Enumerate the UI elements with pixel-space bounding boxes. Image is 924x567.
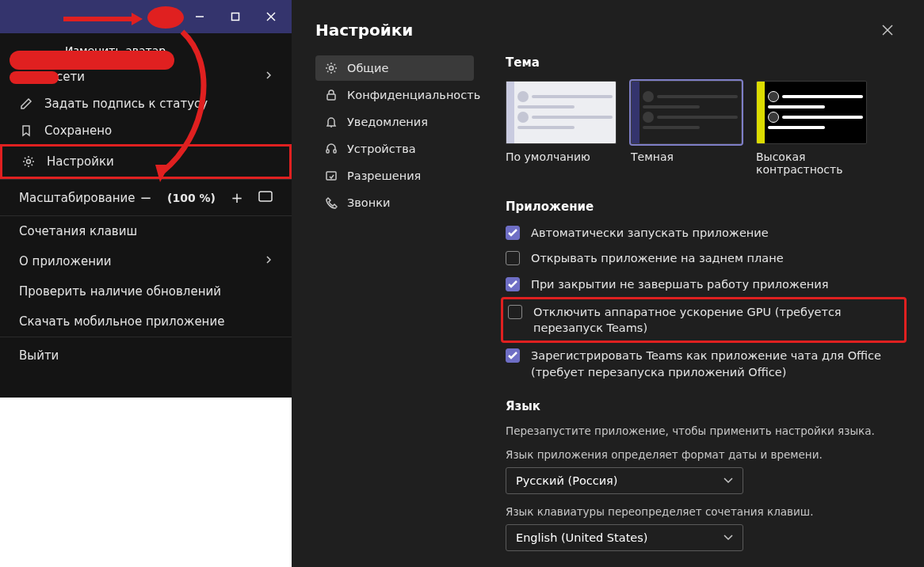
settings-row[interactable]: Настройки xyxy=(0,144,292,179)
annotation-redaction xyxy=(10,71,59,84)
theme-default-label: По умолчанию xyxy=(506,150,617,163)
annotation-highlight-circle xyxy=(147,6,184,29)
settings-close-button[interactable] xyxy=(875,17,900,43)
about-row[interactable]: О приложении xyxy=(0,246,292,276)
gear-icon xyxy=(21,155,36,168)
theme-section-title: Тема xyxy=(506,55,900,70)
shortcuts-label: Сочетания клавиш xyxy=(19,224,137,238)
checkbox-disable-gpu[interactable] xyxy=(508,305,522,319)
saved-label: Сохранено xyxy=(44,124,112,138)
check-updates-row[interactable]: Проверить наличие обновлений xyxy=(0,276,292,306)
theme-default-thumb xyxy=(506,81,617,144)
gear-icon xyxy=(325,62,338,74)
option-disable-gpu: Отключить аппаратное ускорение GPU (треб… xyxy=(501,297,907,344)
option-open-background: Открывать приложение на заднем плане xyxy=(506,250,900,266)
settings-label: Настройки xyxy=(47,154,114,169)
edit-icon xyxy=(19,97,33,110)
nav-privacy-label: Конфиденциальность xyxy=(347,89,480,101)
theme-hc-thumb xyxy=(756,81,867,144)
kbd-lang-label: Язык клавиатуры переопределяет сочетания… xyxy=(506,505,900,518)
option-register-office: Зарегистрировать Teams как приложение ча… xyxy=(506,348,900,380)
nav-general[interactable]: Общие xyxy=(315,55,474,81)
close-window-button[interactable] xyxy=(253,0,288,33)
svg-rect-13 xyxy=(326,150,329,153)
chevron-right-icon xyxy=(265,254,273,268)
svg-rect-1 xyxy=(231,13,239,21)
disable-gpu-label: Отключить аппаратное ускорение GPU (треб… xyxy=(533,304,898,337)
keyboard-language-dropdown[interactable]: English (United States) xyxy=(506,524,743,551)
nav-devices-label: Устройства xyxy=(347,143,416,155)
nav-permissions-label: Разрешения xyxy=(347,169,421,182)
register-office-label: Зарегистрировать Teams как приложение ча… xyxy=(531,348,900,380)
annotation-arrow xyxy=(63,11,143,27)
key-icon xyxy=(325,169,338,182)
nav-calls[interactable]: Звонки xyxy=(315,190,474,215)
checkbox-register-office[interactable] xyxy=(506,348,520,363)
svg-point-4 xyxy=(27,160,31,164)
keep-running-label: При закрытии не завершать работу приложе… xyxy=(531,276,900,292)
theme-high-contrast[interactable]: Высокая контрастность xyxy=(756,81,867,176)
annotation-redaction xyxy=(10,51,174,70)
theme-options: По умолчанию Темная xyxy=(506,81,900,176)
checkbox-auto-start[interactable] xyxy=(506,226,520,240)
minimize-button[interactable] xyxy=(181,0,217,33)
bell-icon xyxy=(325,116,338,128)
svg-point-11 xyxy=(330,67,334,70)
phone-icon xyxy=(325,196,338,209)
nav-devices[interactable]: Устройства xyxy=(315,136,474,162)
zoom-row: Масштабирование − (100 %) + xyxy=(0,179,292,216)
about-label: О приложении xyxy=(19,254,111,268)
app-lang-label: Язык приложения определяет формат даты и… xyxy=(506,448,900,461)
app-language-dropdown[interactable]: Русский (Россия) xyxy=(506,467,743,494)
download-mobile-label: Скачать мобильное приложение xyxy=(19,314,224,329)
headset-icon xyxy=(325,143,338,155)
chevron-down-icon xyxy=(724,478,733,484)
maximize-button[interactable] xyxy=(217,0,253,33)
nav-notifications-label: Уведомления xyxy=(347,116,428,128)
theme-default[interactable]: По умолчанию xyxy=(506,81,617,176)
settings-panel: Настройки Общие Конфиденциальность Уведо… xyxy=(292,0,924,567)
lang-section-title: Язык xyxy=(506,399,900,413)
zoom-in-button[interactable]: + xyxy=(230,189,244,206)
keyboard-language-value: English (United States) xyxy=(516,531,647,544)
theme-dark-thumb xyxy=(631,81,742,144)
settings-content: Тема По умолчанию xyxy=(506,55,900,551)
zoom-label: Масштабирование xyxy=(19,191,136,205)
nav-permissions[interactable]: Разрешения xyxy=(315,163,474,188)
option-auto-start: Автоматически запускать приложение xyxy=(506,225,900,241)
svg-marker-7 xyxy=(132,13,143,25)
svg-rect-12 xyxy=(327,94,335,100)
set-status-message[interactable]: Задать подпись к статусу xyxy=(0,90,292,117)
settings-header: Настройки xyxy=(292,0,924,55)
empty-area xyxy=(0,398,292,567)
chevron-down-icon xyxy=(724,535,733,541)
app-section-title: Приложение xyxy=(506,200,900,214)
set-status-label: Задать подпись к статусу xyxy=(44,97,208,111)
exit-label: Выйти xyxy=(19,348,59,363)
lock-icon xyxy=(325,89,338,101)
theme-hc-label: Высокая контрастность xyxy=(756,150,867,176)
exit-row[interactable]: Выйти xyxy=(0,337,292,374)
settings-nav: Общие Конфиденциальность Уведомления Уст… xyxy=(315,55,474,551)
zoom-out-button[interactable]: − xyxy=(139,189,153,206)
auto-start-label: Автоматически запускать приложение xyxy=(531,225,900,241)
bookmark-icon xyxy=(19,124,33,137)
checkbox-open-background[interactable] xyxy=(506,251,520,265)
theme-dark[interactable]: Темная xyxy=(631,81,742,176)
app-language-value: Русский (Россия) xyxy=(516,474,618,487)
nav-privacy[interactable]: Конфиденциальность xyxy=(315,82,474,108)
svg-rect-14 xyxy=(334,150,336,153)
option-keep-running: При закрытии не завершать работу приложе… xyxy=(506,276,900,292)
checkbox-keep-running[interactable] xyxy=(506,277,520,291)
saved-row[interactable]: Сохранено xyxy=(0,117,292,144)
download-mobile-row[interactable]: Скачать мобильное приложение xyxy=(0,306,292,337)
chevron-right-icon xyxy=(265,70,273,84)
titlebar xyxy=(0,0,292,33)
fullscreen-icon[interactable] xyxy=(258,191,273,205)
settings-title: Настройки xyxy=(315,21,413,40)
theme-dark-label: Темная xyxy=(631,150,742,163)
nav-calls-label: Звонки xyxy=(347,196,390,209)
nav-notifications[interactable]: Уведомления xyxy=(315,109,474,135)
check-updates-label: Проверить наличие обновлений xyxy=(19,284,221,299)
shortcuts-row[interactable]: Сочетания клавиш xyxy=(0,216,292,246)
